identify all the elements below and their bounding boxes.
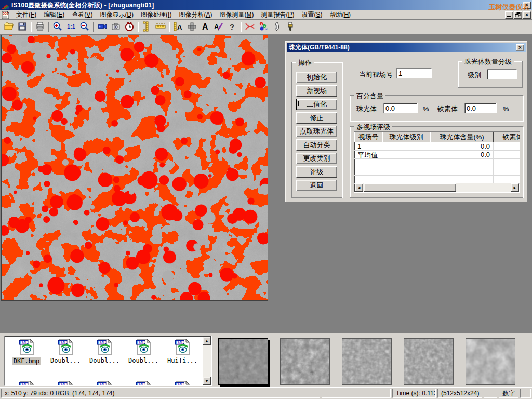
toolbar-button-clock[interactable] — [123, 21, 136, 33]
toolbar-button-caliper[interactable] — [140, 21, 154, 33]
toolbar-button-one-to-one[interactable]: 1:1 — [64, 21, 78, 33]
table-row[interactable]: 平均值0.0 — [354, 151, 520, 159]
menu-item-0[interactable]: 文件(F) — [12, 10, 40, 20]
dialog-button-1[interactable]: 新视场 — [296, 85, 337, 97]
operation-group-label: 操作 — [296, 58, 314, 68]
percent-group: 百分含量 珠光体 % 铁素体 % — [350, 95, 523, 121]
file-list[interactable]: BMP BMP BMP BMP BMP BMP HuiTi... BMP Dou… — [4, 336, 212, 386]
mdi-restore-button[interactable] — [514, 11, 522, 19]
toolbar-button-text-a[interactable]: A — [198, 21, 212, 33]
pearlite-percent-sign: % — [423, 105, 429, 113]
dialog-button-7[interactable]: 评级 — [296, 166, 337, 178]
toolbar-separator — [93, 22, 94, 32]
gallery-thumbnail-4[interactable] — [466, 338, 515, 385]
menu-item-1[interactable]: 编辑(E) — [40, 10, 68, 20]
pearlite-percent-input[interactable] — [383, 103, 418, 113]
gallery-thumbnail-1[interactable] — [280, 338, 330, 385]
menu-item-3[interactable]: 图像显示(D) — [96, 10, 137, 20]
dialog-button-0[interactable]: 初始化 — [296, 72, 337, 83]
mdi-minimize-button[interactable] — [505, 11, 513, 19]
table-row[interactable] — [354, 159, 520, 167]
table-cell — [354, 159, 382, 167]
title-bar[interactable]: IS100显微摄像系统(金相分析版) - [zhuguangti01] × — [0, 0, 532, 10]
file-item-Doubl-[interactable]: BMP Doubl... — [47, 339, 84, 364]
toolbar-button-ruler[interactable] — [154, 21, 167, 33]
image-size-readout: (512x512x24) — [437, 389, 482, 398]
dialog-close-button[interactable]: × — [516, 44, 524, 51]
gallery-thumbnail-2[interactable] — [342, 338, 392, 385]
menu-item-7[interactable]: 测量报告(P) — [257, 10, 298, 20]
table-row[interactable] — [354, 176, 520, 184]
toolbar-button-annotate[interactable]: A — [212, 21, 225, 33]
gallery-thumbnail-3[interactable] — [404, 338, 454, 385]
mdi-close-button[interactable]: × — [523, 11, 531, 19]
toolbar-button-grid[interactable] — [185, 21, 198, 33]
menu-item-5[interactable]: 图像分析(A) — [175, 10, 216, 20]
table-cell — [354, 167, 382, 176]
menu-item-2[interactable]: 查看(V) — [68, 10, 96, 20]
table-column-header[interactable]: 铁素体含量(%) — [494, 132, 520, 142]
multifield-table[interactable]: 视场号珠光体级别珠光体含量(%)铁素体含量(%) 10.0平均值0.0 ◄ ► — [354, 131, 520, 193]
menu-item-9[interactable]: 帮助(H) — [326, 10, 354, 20]
metallograph-image[interactable] — [1, 35, 268, 301]
svg-text:DOC: DOC — [3, 12, 9, 15]
file-item-clipped[interactable]: BMP — [8, 381, 45, 386]
menu-item-8[interactable]: 设置(S) — [298, 10, 326, 20]
scroll-down-icon[interactable]: ▼ — [203, 377, 211, 385]
titlebar-close-button[interactable]: × — [523, 2, 531, 9]
app-icon — [1, 1, 9, 9]
table-row[interactable] — [354, 167, 520, 176]
file-name: DKF.bmp — [12, 357, 42, 365]
gallery-thumbnail-0[interactable] — [218, 338, 268, 385]
toolbar-button-video-camera[interactable] — [96, 21, 109, 33]
dialog-button-3[interactable]: 修正 — [296, 112, 337, 124]
current-field-input[interactable] — [396, 68, 432, 78]
file-item-clipped[interactable]: BMP — [125, 381, 162, 386]
file-item-Doubl-[interactable]: BMP Doubl... — [125, 339, 162, 364]
scroll-thumb[interactable] — [364, 183, 456, 192]
toolbar-button-brush[interactable] — [284, 21, 297, 33]
menu-item-4[interactable]: 图像处理(I) — [137, 10, 175, 20]
toolbar-button-open-folder[interactable] — [2, 21, 16, 33]
file-item-clipped[interactable]: BMP — [86, 381, 123, 386]
table-column-header[interactable]: 珠光体级别 — [382, 132, 430, 142]
svg-text:BMP: BMP — [20, 341, 29, 344]
open-folder-icon — [4, 21, 14, 33]
table-column-header[interactable]: 视场号 — [354, 132, 382, 142]
dialog-button-4[interactable]: 点取珠光体 — [296, 126, 337, 137]
file-list-scrollbar[interactable]: ▲ ▼ — [203, 337, 211, 385]
pearlite-dialog[interactable]: 珠光体(GB/T9441-88) × 操作 初始化新视场二值化修正点取珠光体自动… — [285, 41, 528, 203]
file-item-clipped[interactable]: BMP — [164, 381, 201, 386]
level-input[interactable] — [487, 69, 517, 79]
toolbar-button-print[interactable] — [33, 21, 47, 33]
table-row[interactable]: 10.0 — [354, 142, 520, 151]
file-item-DKF-bmp[interactable]: BMP DKF.bmp — [8, 339, 45, 365]
scroll-left-icon[interactable]: ◄ — [355, 183, 363, 192]
workspace: 珠光体(GB/T9441-88) × 操作 初始化新视场二值化修正点取珠光体自动… — [0, 34, 532, 332]
table-hscrollbar[interactable]: ◄ ► — [355, 183, 519, 192]
toolbar-button-measure-text[interactable]: A — [171, 21, 185, 33]
toolbar-button-zoom-in[interactable] — [51, 21, 64, 33]
ferrite-percent-input[interactable] — [464, 103, 497, 113]
file-item-HuiTi-[interactable]: BMP HuiTi... — [164, 339, 201, 364]
table-column-header[interactable]: 珠光体含量(%) — [430, 132, 494, 142]
file-item-clipped[interactable]: BMP — [47, 381, 84, 386]
dialog-button-6[interactable]: 更改类别 — [296, 153, 337, 164]
scroll-up-icon[interactable]: ▲ — [203, 337, 211, 345]
scroll-right-icon[interactable]: ► — [511, 183, 519, 192]
toolbar-button-save[interactable] — [16, 21, 29, 33]
document-icon[interactable]: DOC — [1, 11, 10, 19]
dialog-button-2[interactable]: 二值化 — [296, 99, 337, 110]
file-item-Doubl-[interactable]: BMP Doubl... — [86, 339, 123, 364]
menu-item-6[interactable]: 图像测量(M) — [216, 10, 257, 20]
toolbar-button-zoom-out[interactable] — [78, 21, 91, 33]
pen-icon — [272, 21, 282, 33]
toolbar-button-classify-balls[interactable]: 123 — [257, 21, 270, 33]
toolbar-button-camera[interactable] — [109, 21, 123, 33]
toolbar-button-curve-cut[interactable] — [243, 21, 257, 33]
toolbar-button-pen[interactable] — [270, 21, 284, 33]
dialog-button-5[interactable]: 自动分类 — [296, 139, 337, 151]
dialog-button-8[interactable]: 返回 — [296, 180, 337, 191]
toolbar-button-help[interactable]: ? — [225, 21, 239, 33]
dialog-title-bar[interactable]: 珠光体(GB/T9441-88) × — [287, 43, 526, 52]
